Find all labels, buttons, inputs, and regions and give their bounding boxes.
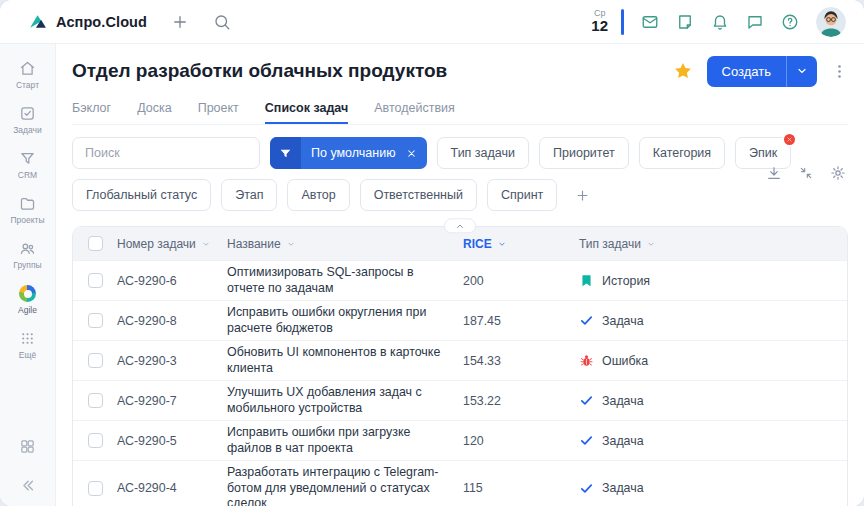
bug-icon [579, 353, 594, 368]
tab-backlog[interactable]: Бэклог [72, 94, 111, 124]
table-row[interactable]: АС-9290-8 Исправить ошибки округления пр… [73, 300, 847, 340]
download-icon [766, 165, 782, 181]
bell-button[interactable] [711, 13, 729, 31]
favorite-button[interactable] [673, 61, 693, 81]
column-header-type[interactable]: Тип задачи [579, 237, 847, 251]
column-header-number[interactable]: Номер задачи [117, 237, 227, 251]
filter-chip-label: Категория [653, 146, 711, 160]
task-name[interactable]: Оптимизировать SQL-запросы в отчете по з… [227, 265, 445, 296]
date-accent-bar [621, 9, 624, 35]
task-type: Ошибка [579, 353, 847, 368]
filter-chip-category[interactable]: Категория [639, 137, 725, 169]
help-button[interactable] [781, 13, 799, 31]
collapse-table-button[interactable] [444, 218, 476, 233]
row-checkbox[interactable] [88, 313, 103, 328]
close-icon [406, 148, 417, 159]
task-name[interactable]: Разработать интеграцию с Telegram-ботом … [227, 465, 445, 506]
filter-chip-label: Спринт [501, 188, 543, 202]
row-checkbox[interactable] [88, 353, 103, 368]
brand[interactable]: Аспро.Cloud [28, 12, 147, 32]
task-type-label: История [602, 274, 650, 288]
task-rice: 154.33 [463, 354, 579, 368]
search-input[interactable] [72, 137, 260, 169]
chevron-down-icon [497, 239, 507, 249]
chat-icon [746, 13, 764, 31]
task-name[interactable]: Улучшить UX добавления задач с мобильног… [227, 385, 445, 416]
sidebar-item-tasks[interactable]: Задачи [3, 99, 53, 140]
column-header-rice[interactable]: RICE [463, 237, 579, 251]
sidebar-item-agile[interactable]: Agile [3, 279, 53, 320]
avatar[interactable] [816, 7, 846, 37]
row-checkbox[interactable] [88, 273, 103, 288]
app-window: Аспро.Cloud Ср 12 [0, 0, 864, 506]
row-checkbox[interactable] [88, 433, 103, 448]
mail-button[interactable] [641, 13, 659, 31]
funnel-icon [279, 147, 292, 160]
tab-task-list[interactable]: Список задач [265, 94, 348, 124]
sidebar-item-projects[interactable]: Проекты [3, 189, 53, 230]
filter-chip-priority[interactable]: Приоритет [539, 137, 629, 169]
sidebar-item-more[interactable]: Ещё [3, 324, 53, 365]
chat-button[interactable] [746, 13, 764, 31]
filter-preset-button[interactable]: По умолчанию [270, 137, 427, 169]
plus-icon [171, 13, 189, 31]
sidebar-item-groups[interactable]: Группы [3, 234, 53, 275]
check-icon [579, 393, 594, 408]
task-name[interactable]: Исправить ошибки округления при расчете … [227, 305, 445, 336]
table-row[interactable]: АС-9290-5 Исправить ошибки при загрузке … [73, 420, 847, 460]
download-button[interactable] [766, 165, 782, 181]
date-widget[interactable]: Ср 12 [591, 9, 608, 34]
task-type-label: Задача [602, 481, 644, 495]
filter-chip-label: Автор [301, 188, 335, 202]
row-checkbox[interactable] [88, 481, 103, 496]
tab-automations[interactable]: Автодействия [374, 94, 455, 124]
filter-chip-task-type[interactable]: Тип задачи [437, 137, 529, 169]
create-button[interactable]: Создать [707, 56, 817, 87]
plus-icon [575, 188, 590, 203]
table-row[interactable]: АС-9290-6 Оптимизировать SQL-запросы в о… [73, 260, 847, 300]
create-button-label: Создать [707, 56, 786, 87]
sidebar-collapse-button[interactable] [19, 477, 36, 494]
apps-icon [19, 438, 36, 455]
task-type: Задача [579, 433, 847, 448]
note-button[interactable] [676, 13, 694, 31]
table-row[interactable]: АС-9290-4 Разработать интеграцию с Teleg… [73, 460, 847, 506]
filter-chip-stage[interactable]: Этап [221, 179, 277, 211]
global-search-button[interactable] [213, 13, 231, 31]
task-rice: 153.22 [463, 394, 579, 408]
sidebar-item-crm[interactable]: CRM [3, 144, 53, 185]
filter-chip-global-status[interactable]: Глобальный статус [72, 179, 211, 211]
gear-icon [830, 165, 846, 181]
tab-project[interactable]: Проект [198, 94, 239, 124]
filter-chip-sprint[interactable]: Спринт [487, 179, 557, 211]
filter-chip-label: Тип задачи [451, 146, 515, 160]
task-name[interactable]: Исправить ошибки при загрузке файлов в ч… [227, 425, 445, 456]
quick-create-button[interactable] [171, 13, 189, 31]
sidebar-apps-button[interactable] [19, 438, 36, 455]
table-row[interactable]: АС-9290-3 Обновить UI компонентов в карт… [73, 340, 847, 380]
table-row[interactable]: АС-9290-7 Улучшить UX добавления задач с… [73, 380, 847, 420]
dots-vertical-icon [831, 63, 848, 80]
column-header-name[interactable]: Название [227, 237, 463, 251]
task-name[interactable]: Обновить UI компонентов в карточке клиен… [227, 345, 445, 376]
sidebar-item-label: Ещё [19, 350, 36, 360]
task-type: Задача [579, 481, 847, 496]
create-dropdown-toggle[interactable] [786, 56, 817, 87]
sidebar-item-start[interactable]: Старт [3, 54, 53, 95]
filter-chip-author[interactable]: Автор [287, 179, 349, 211]
task-type: Задача [579, 393, 847, 408]
select-all-checkbox[interactable] [88, 236, 103, 251]
more-menu-button[interactable] [831, 63, 848, 80]
table-body: АС-9290-6 Оптимизировать SQL-запросы в о… [73, 260, 847, 506]
filter-chip-assignee[interactable]: Ответственный [360, 179, 477, 211]
tab-board[interactable]: Доска [137, 94, 172, 124]
clear-filter-icon[interactable] [782, 132, 797, 147]
row-checkbox[interactable] [88, 393, 103, 408]
filter-preset-clear[interactable] [404, 137, 427, 169]
add-filter-button[interactable] [567, 180, 597, 210]
filter-preset-label: По умолчанию [301, 137, 404, 169]
agile-icon [19, 285, 36, 302]
gear-button[interactable] [830, 165, 846, 181]
column-label: Название [227, 237, 281, 251]
collapse-button[interactable] [798, 165, 814, 181]
